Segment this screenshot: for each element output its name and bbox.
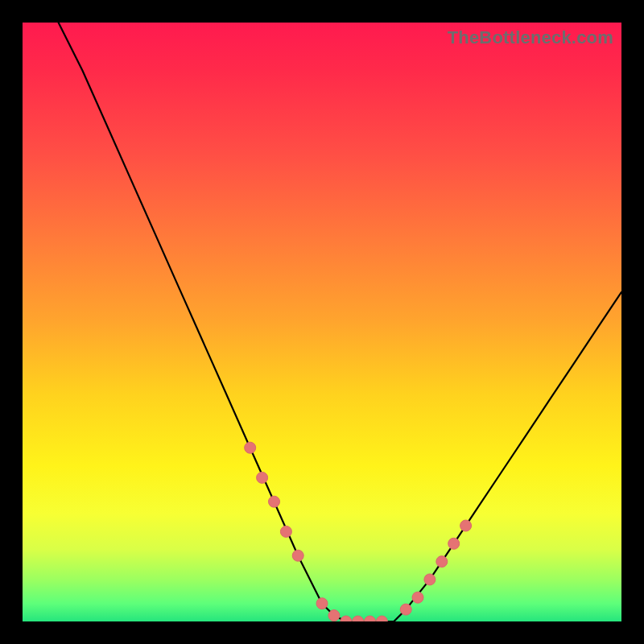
curve-layer xyxy=(23,23,621,621)
marker-point xyxy=(365,616,376,621)
marker-point xyxy=(269,496,280,507)
curve-markers xyxy=(245,442,472,621)
marker-point xyxy=(460,520,472,531)
marker-point xyxy=(245,442,256,453)
marker-point xyxy=(436,556,448,568)
marker-point xyxy=(424,574,436,585)
marker-point xyxy=(400,604,411,615)
marker-point xyxy=(412,592,423,603)
marker-point xyxy=(376,616,387,621)
chart-frame: TheBottleneck.com xyxy=(0,0,644,644)
bottleneck-curve xyxy=(59,23,621,621)
plot-area: TheBottleneck.com xyxy=(23,23,621,621)
marker-point xyxy=(280,526,291,537)
marker-point xyxy=(341,616,352,621)
marker-point xyxy=(353,616,364,621)
marker-point xyxy=(328,610,340,621)
marker-point xyxy=(292,550,303,561)
marker-point xyxy=(316,598,328,609)
marker-point xyxy=(448,538,460,549)
marker-point xyxy=(257,472,268,483)
